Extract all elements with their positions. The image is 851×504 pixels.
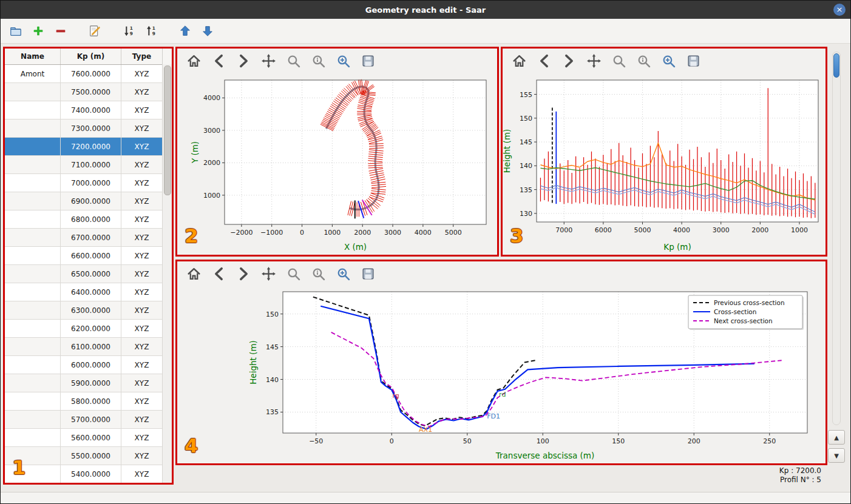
svg-text:Kp (m): Kp (m) <box>663 242 691 252</box>
figure-options-icon[interactable] <box>310 266 326 281</box>
table-row[interactable]: 6200.0000XYZ <box>5 320 172 338</box>
svg-text:0: 0 <box>300 229 304 237</box>
profile-scrollbar[interactable] <box>832 52 841 425</box>
home-icon[interactable] <box>186 53 202 69</box>
home-icon[interactable] <box>186 266 202 281</box>
table-row[interactable]: 7400.0000XYZ <box>5 101 172 119</box>
table-cell: XYZ <box>121 447 163 465</box>
cross-section-plot[interactable]: −50050100150200250135140145150rgAX1FD1rd… <box>177 286 826 463</box>
column-header-kp[interactable]: Kp (m) <box>61 49 121 64</box>
table-cell: 7200.0000 <box>61 138 121 156</box>
table-cell: 5600.0000 <box>61 429 121 447</box>
remove-section-icon[interactable] <box>53 23 69 39</box>
table-cell: XYZ <box>121 374 163 392</box>
figure-options-icon[interactable] <box>310 53 326 69</box>
table-row[interactable]: 5500.0000XYZ <box>5 447 172 465</box>
table-row[interactable]: 6300.0000XYZ <box>5 301 172 320</box>
profile-scrollbar-thumb[interactable] <box>833 53 839 78</box>
svg-text:0: 0 <box>390 437 394 445</box>
sort-descending-icon[interactable]: 19 <box>121 23 137 39</box>
table-row[interactable]: 5900.0000XYZ <box>5 374 172 392</box>
table-row[interactable]: 5800.0000XYZ <box>5 392 172 411</box>
table-cell: 6000.0000 <box>61 356 121 374</box>
table-cell: XYZ <box>121 392 163 411</box>
table-row[interactable]: 7000.0000XYZ <box>5 174 172 192</box>
table-row[interactable]: 7200.0000XYZ <box>5 138 172 156</box>
table-cell <box>5 429 61 447</box>
svg-text:155: 155 <box>520 91 532 99</box>
table-scrollbar[interactable] <box>162 64 172 483</box>
table-row[interactable]: Amont7600.0000XYZ <box>5 65 172 83</box>
save-icon[interactable] <box>360 53 376 69</box>
long-profile-svg: 7000600050004000300020001000130135140145… <box>503 73 826 255</box>
back-icon[interactable] <box>211 266 226 281</box>
table-scrollbar-thumb[interactable] <box>164 66 171 195</box>
svg-text:Height (m): Height (m) <box>248 340 258 385</box>
svg-text:140: 140 <box>266 376 279 384</box>
zoom-region-icon[interactable] <box>335 53 351 69</box>
table-row[interactable]: 6000.0000XYZ <box>5 356 172 374</box>
table-row[interactable]: 7100.0000XYZ <box>5 156 172 174</box>
table-row[interactable]: 6600.0000XYZ <box>5 247 172 265</box>
table-cell: XYZ <box>121 247 163 265</box>
sort-ascending-icon[interactable]: 19 <box>143 23 159 39</box>
table-row[interactable]: 7300.0000XYZ <box>5 119 172 138</box>
plan-view-plot[interactable]: −2000−1000010002000300040005000100020003… <box>177 73 497 255</box>
svg-text:1000: 1000 <box>791 226 808 234</box>
long-profile-plot[interactable]: 7000600050004000300020001000130135140145… <box>503 73 826 255</box>
zoom-icon[interactable] <box>611 53 626 69</box>
column-header-name[interactable]: Name <box>5 49 61 64</box>
add-section-icon[interactable] <box>30 23 46 39</box>
forward-icon[interactable] <box>236 53 251 69</box>
zoom-region-icon[interactable] <box>335 266 351 281</box>
table-row[interactable]: 5600.0000XYZ <box>5 429 172 447</box>
plan-view-svg: −2000−1000010002000300040005000100020003… <box>177 73 497 255</box>
table-row[interactable]: 6900.0000XYZ <box>5 192 172 210</box>
table-row[interactable]: 6400.0000XYZ <box>5 283 172 301</box>
pan-icon[interactable] <box>586 53 602 69</box>
move-down-icon[interactable] <box>200 23 215 39</box>
save-icon[interactable] <box>360 266 376 281</box>
forward-icon[interactable] <box>236 266 251 281</box>
profile-up-button[interactable]: ▲ <box>828 430 845 445</box>
table-cell <box>5 229 61 247</box>
svg-text:Cross-section: Cross-section <box>714 308 756 315</box>
table-header: Name Kp (m) Type <box>5 49 172 65</box>
table-row[interactable]: 6700.0000XYZ <box>5 229 172 247</box>
home-icon[interactable] <box>511 53 527 69</box>
table-row[interactable]: 5700.0000XYZ <box>5 411 172 429</box>
zoom-icon[interactable] <box>285 266 301 281</box>
table-row[interactable]: 6100.0000XYZ <box>5 338 172 356</box>
svg-text:3000: 3000 <box>384 229 401 237</box>
save-icon[interactable] <box>685 53 701 69</box>
table-row[interactable]: 7500.0000XYZ <box>5 83 172 101</box>
table-cell <box>5 192 61 210</box>
table-cell: XYZ <box>121 65 163 83</box>
table-row[interactable]: 5400.0000XYZ <box>5 465 172 483</box>
table-cell: XYZ <box>121 229 163 247</box>
svg-text:2000: 2000 <box>354 229 371 237</box>
table-row[interactable]: 6800.0000XYZ <box>5 210 172 229</box>
zoom-region-icon[interactable] <box>660 53 676 69</box>
forward-icon[interactable] <box>561 53 577 69</box>
figure-options-icon[interactable] <box>636 53 651 69</box>
table-row[interactable]: 6500.0000XYZ <box>5 265 172 283</box>
profile-down-button[interactable]: ▼ <box>828 448 845 463</box>
zoom-icon[interactable] <box>285 53 301 69</box>
move-up-icon[interactable] <box>177 23 193 39</box>
open-file-icon[interactable] <box>8 23 24 39</box>
column-header-type[interactable]: Type <box>121 49 163 64</box>
pan-icon[interactable] <box>260 266 276 281</box>
table-cell: XYZ <box>121 83 163 101</box>
edit-section-icon[interactable] <box>87 23 103 39</box>
back-icon[interactable] <box>536 53 552 69</box>
back-icon[interactable] <box>211 53 226 69</box>
svg-text:100: 100 <box>537 437 549 445</box>
pan-icon[interactable] <box>260 53 276 69</box>
table-cell <box>5 320 61 338</box>
svg-text:150: 150 <box>520 115 532 123</box>
table-cell: XYZ <box>121 338 163 356</box>
table-cell: 6900.0000 <box>61 192 121 210</box>
close-button[interactable]: × <box>833 4 846 16</box>
kp-table: Name Kp (m) Type Amont7600.0000XYZ7500.0… <box>5 49 172 483</box>
